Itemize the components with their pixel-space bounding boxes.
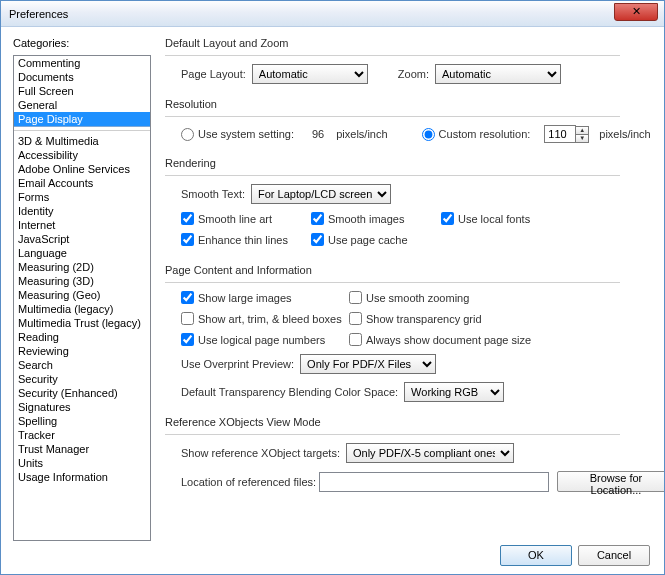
category-item[interactable]: Trust Manager — [14, 442, 150, 456]
category-item[interactable]: 3D & Multimedia — [14, 134, 150, 148]
smooth-line-art-checkbox[interactable] — [181, 212, 194, 225]
page-layout-label: Page Layout: — [181, 68, 246, 80]
enhance-thin-label: Enhance thin lines — [198, 234, 288, 246]
divider — [165, 55, 620, 56]
smooth-text-label: Smooth Text: — [181, 188, 245, 200]
page-layout-select[interactable]: Automatic — [252, 64, 368, 84]
page-cache-label: Use page cache — [328, 234, 408, 246]
category-item[interactable]: Language — [14, 246, 150, 260]
smooth-line-art-label: Smooth line art — [198, 213, 272, 225]
group-resolution: Resolution — [165, 98, 665, 110]
ok-button[interactable]: OK — [500, 545, 572, 566]
category-item[interactable]: Accessibility — [14, 148, 150, 162]
group-xobjects: Reference XObjects View Mode — [165, 416, 665, 428]
browse-button[interactable]: Browse for Location... — [557, 471, 665, 492]
custom-dpi-units: pixels/inch — [599, 128, 650, 140]
categories-header: Categories: — [13, 37, 151, 49]
smooth-text-select[interactable]: For Laptop/LCD screens — [251, 184, 391, 204]
custom-res-radio[interactable] — [422, 128, 435, 141]
divider — [165, 282, 620, 283]
category-item[interactable]: Email Accounts — [14, 176, 150, 190]
group-rendering: Rendering — [165, 157, 665, 169]
blendspace-label: Default Transparency Blending Color Spac… — [181, 386, 398, 398]
ref-files-label: Location of referenced files: — [181, 476, 319, 488]
category-item[interactable]: Full Screen — [14, 84, 150, 98]
logical-pages-checkbox[interactable] — [181, 333, 194, 346]
category-item[interactable]: Adobe Online Services — [14, 162, 150, 176]
dialog-footer: OK Cancel — [1, 536, 664, 574]
cancel-button[interactable]: Cancel — [578, 545, 650, 566]
category-item[interactable]: Security — [14, 372, 150, 386]
category-item[interactable]: General — [14, 98, 150, 112]
category-item[interactable]: Identity — [14, 204, 150, 218]
category-item[interactable]: Search — [14, 358, 150, 372]
category-item[interactable]: Measuring (Geo) — [14, 288, 150, 302]
category-item[interactable]: Multimedia (legacy) — [14, 302, 150, 316]
doc-size-label: Always show document page size — [366, 334, 531, 346]
category-item[interactable]: Signatures — [14, 400, 150, 414]
window-title: Preferences — [9, 8, 68, 20]
xobject-target-select[interactable]: Only PDF/X-5 compliant ones — [346, 443, 514, 463]
category-item[interactable]: Commenting — [14, 56, 150, 70]
group-layout-zoom: Default Layout and Zoom — [165, 37, 665, 49]
zoom-select[interactable]: Automatic — [435, 64, 561, 84]
page-cache-checkbox[interactable] — [311, 233, 324, 246]
overprint-select[interactable]: Only For PDF/X Files — [300, 354, 436, 374]
close-button[interactable]: ✕ — [614, 3, 658, 21]
smooth-zoom-checkbox[interactable] — [349, 291, 362, 304]
trans-grid-checkbox[interactable] — [349, 312, 362, 325]
category-item[interactable]: Spelling — [14, 414, 150, 428]
category-item[interactable]: Page Display — [14, 112, 150, 127]
use-system-radio[interactable] — [181, 128, 194, 141]
divider — [165, 175, 620, 176]
smooth-images-checkbox[interactable] — [311, 212, 324, 225]
local-fonts-checkbox[interactable] — [441, 212, 454, 225]
large-images-label: Show large images — [198, 292, 292, 304]
category-item[interactable]: Usage Information — [14, 470, 150, 484]
category-item[interactable]: Tracker — [14, 428, 150, 442]
bleed-boxes-checkbox[interactable] — [181, 312, 194, 325]
zoom-label: Zoom: — [398, 68, 429, 80]
custom-res-input[interactable] — [544, 125, 576, 143]
category-item[interactable]: Internet — [14, 218, 150, 232]
category-item[interactable]: Units — [14, 456, 150, 470]
ref-files-input[interactable] — [319, 472, 549, 492]
system-dpi-units: pixels/inch — [336, 128, 387, 140]
spinner-down-icon[interactable]: ▼ — [575, 134, 589, 143]
category-item[interactable]: Multimedia Trust (legacy) — [14, 316, 150, 330]
category-item[interactable]: Measuring (3D) — [14, 274, 150, 288]
category-item[interactable]: Security (Enhanced) — [14, 386, 150, 400]
system-dpi-value: 96 — [312, 128, 324, 140]
doc-size-checkbox[interactable] — [349, 333, 362, 346]
category-item[interactable]: Reading — [14, 330, 150, 344]
custom-res-label: Custom resolution: — [439, 128, 531, 140]
smooth-zoom-label: Use smooth zooming — [366, 292, 469, 304]
logical-pages-label: Use logical page numbers — [198, 334, 325, 346]
blendspace-select[interactable]: Working RGB — [404, 382, 504, 402]
smooth-images-label: Smooth images — [328, 213, 404, 225]
enhance-thin-checkbox[interactable] — [181, 233, 194, 246]
categories-list[interactable]: CommentingDocumentsFull ScreenGeneralPag… — [13, 55, 151, 541]
use-system-label: Use system setting: — [198, 128, 294, 140]
local-fonts-label: Use local fonts — [458, 213, 530, 225]
category-item[interactable]: Forms — [14, 190, 150, 204]
xobject-target-label: Show reference XObject targets: — [181, 447, 340, 459]
category-item[interactable]: Documents — [14, 70, 150, 84]
category-item[interactable]: Reviewing — [14, 344, 150, 358]
group-page-content: Page Content and Information — [165, 264, 665, 276]
large-images-checkbox[interactable] — [181, 291, 194, 304]
category-item[interactable]: JavaScript — [14, 232, 150, 246]
close-icon: ✕ — [632, 5, 641, 17]
overprint-label: Use Overprint Preview: — [181, 358, 294, 370]
divider — [14, 130, 150, 131]
divider — [165, 434, 620, 435]
divider — [165, 116, 620, 117]
trans-grid-label: Show transparency grid — [366, 313, 482, 325]
bleed-boxes-label: Show art, trim, & bleed boxes — [198, 313, 342, 325]
titlebar: Preferences ✕ — [1, 1, 664, 27]
category-item[interactable]: Measuring (2D) — [14, 260, 150, 274]
